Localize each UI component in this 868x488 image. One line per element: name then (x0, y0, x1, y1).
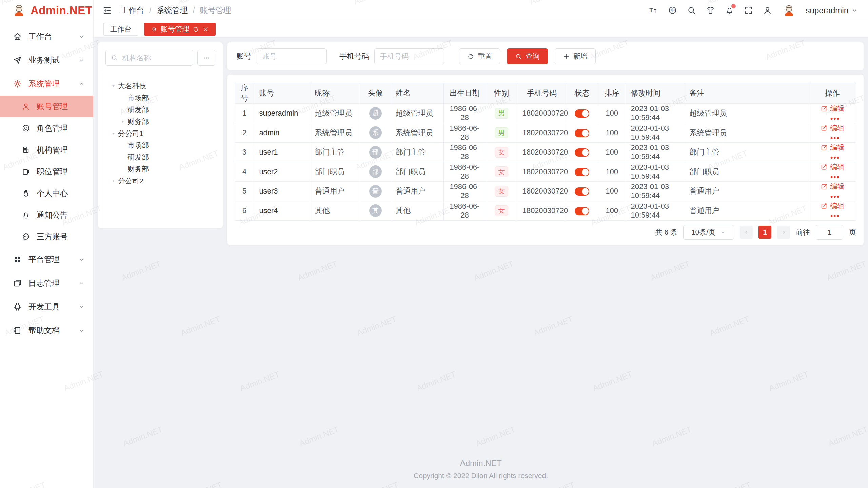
edit-button[interactable]: 编辑 (821, 143, 845, 152)
tree-node[interactable]: 市场部 (105, 92, 215, 104)
fullscreen-icon[interactable] (744, 6, 753, 15)
page-size-select[interactable]: 10条/页 (683, 225, 734, 240)
row-more-button[interactable]: ••• (830, 154, 840, 161)
status-toggle[interactable] (575, 148, 589, 157)
sidebar-item[interactable]: 平台管理 (0, 247, 93, 271)
collapse-sidebar-icon[interactable] (102, 6, 112, 15)
cell-remark: 超级管理员 (685, 104, 809, 123)
tree-node[interactable]: 研发部 (105, 151, 215, 163)
cell-name: 其他 (391, 201, 443, 221)
logo[interactable]: Admin.NET (0, 0, 93, 21)
cell-account: user2 (254, 162, 310, 182)
status-toggle[interactable] (575, 129, 589, 137)
language-icon[interactable]: 中 (668, 6, 677, 15)
tab-account-management[interactable]: 账号管理 (144, 23, 216, 36)
status-toggle[interactable] (575, 207, 589, 215)
user-icon[interactable] (763, 6, 772, 15)
svg-text:中: 中 (671, 8, 675, 13)
caret-right-icon[interactable] (118, 119, 127, 124)
account-input[interactable] (257, 48, 327, 64)
tree-node[interactable]: 研发部 (105, 104, 215, 116)
search-icon (515, 53, 522, 60)
tree-node[interactable]: 财务部 (105, 163, 215, 175)
edit-button[interactable]: 编辑 (821, 104, 845, 113)
cell-ops: 编辑••• (809, 162, 856, 182)
cell-order: 100 (598, 201, 626, 221)
theme-icon[interactable] (706, 6, 715, 15)
cell-index: 4 (235, 162, 254, 182)
edit-button[interactable]: 编辑 (821, 162, 845, 172)
edit-button[interactable]: 编辑 (821, 201, 845, 211)
sidebar-subitem[interactable]: 机构管理 (0, 139, 93, 161)
sidebar-item[interactable]: 帮助文档 (0, 319, 93, 342)
next-page-button[interactable] (777, 226, 790, 239)
tree-node[interactable]: 分公司2 (105, 175, 215, 187)
search-icon[interactable] (687, 6, 696, 15)
close-tab-icon[interactable] (202, 26, 209, 33)
caret-down-icon[interactable] (109, 131, 118, 136)
avatar: 普 (369, 185, 382, 198)
status-toggle[interactable] (575, 168, 589, 176)
cell-order: 100 (598, 123, 626, 143)
phone-input[interactable] (374, 48, 444, 64)
chevron-down-icon (78, 256, 85, 263)
sidebar-subitem[interactable]: 通知公告 (0, 204, 93, 226)
row-more-button[interactable]: ••• (830, 173, 840, 181)
brand-name: Admin.NET (31, 4, 92, 17)
edit-button[interactable]: 编辑 (821, 182, 845, 191)
tree-node[interactable]: 市场部 (105, 139, 215, 151)
tree-node[interactable]: 大名科技 (105, 80, 215, 92)
row-more-button[interactable]: ••• (830, 212, 840, 220)
reset-button[interactable]: 重置 (459, 48, 500, 64)
row-more-button[interactable]: ••• (830, 134, 840, 142)
sidebar-item[interactable]: 日志管理 (0, 271, 93, 295)
cell-mtime: 2023-01-03 10:59:44 (626, 143, 685, 162)
bell-icon[interactable] (725, 6, 734, 15)
row-more-button[interactable]: ••• (830, 115, 840, 122)
sidebar-item[interactable]: 业务测试 (0, 48, 93, 72)
org-search-input[interactable] (122, 54, 188, 62)
avatar: 其 (369, 204, 382, 217)
avatar[interactable] (782, 3, 796, 18)
tree-node[interactable]: 财务部 (105, 116, 215, 127)
gender-tag: 女 (495, 147, 508, 158)
sidebar-subitem[interactable]: 账号管理 (0, 96, 93, 117)
goto-page-input[interactable] (816, 225, 843, 240)
sidebar-subitem[interactable]: 三方账号 (0, 226, 93, 247)
refresh-tab-icon[interactable] (193, 26, 199, 33)
add-button[interactable]: 新增 (555, 48, 596, 64)
sidebar-subitem[interactable]: 角色管理 (0, 117, 93, 139)
status-toggle[interactable] (575, 187, 589, 196)
status-toggle[interactable] (575, 109, 589, 118)
sidebar-item[interactable]: 系统管理 (0, 72, 93, 96)
search-button[interactable]: 查询 (507, 48, 548, 64)
breadcrumb-item[interactable]: 系统管理 (156, 5, 188, 16)
prev-page-button[interactable] (740, 226, 753, 239)
font-size-icon[interactable]: TT (649, 6, 658, 15)
sidebar-item[interactable]: 工作台 (0, 24, 93, 48)
caret-right-icon[interactable] (109, 178, 118, 184)
edit-button[interactable]: 编辑 (821, 123, 845, 133)
caret-down-icon[interactable] (109, 83, 118, 89)
tab-bar: 工作台 账号管理 (94, 21, 868, 38)
sidebar-subitem[interactable]: 职位管理 (0, 161, 93, 182)
breadcrumb-item[interactable]: 工作台 (121, 5, 144, 16)
row-more-button[interactable]: ••• (830, 192, 840, 200)
sidebar-item-label: 帮助文档 (28, 325, 60, 336)
current-page-button[interactable]: 1 (758, 226, 771, 239)
tree-node-label: 分公司2 (118, 176, 143, 186)
gender-tag: 女 (495, 205, 508, 216)
sidebar-item[interactable]: 开发工具 (0, 295, 93, 319)
sidebar-subitem[interactable]: 个人中心 (0, 182, 93, 204)
tab-workbench[interactable]: 工作台 (103, 23, 138, 36)
tree-more-button[interactable] (197, 50, 215, 66)
user-menu[interactable]: superadmin (806, 6, 858, 15)
tree-node[interactable]: 分公司1 (105, 127, 215, 139)
cell-avatar: 其 (360, 201, 391, 221)
cell-name: 普通用户 (391, 182, 443, 201)
cell-nickname: 部门主管 (310, 143, 360, 162)
cell-mtime: 2023-01-03 10:59:44 (626, 162, 685, 182)
cell-avatar: 超 (360, 104, 391, 123)
cell-index: 2 (235, 123, 254, 143)
app-window: Admin.NET 工作台业务测试系统管理账号管理角色管理机构管理职位管理个人中… (0, 0, 868, 488)
